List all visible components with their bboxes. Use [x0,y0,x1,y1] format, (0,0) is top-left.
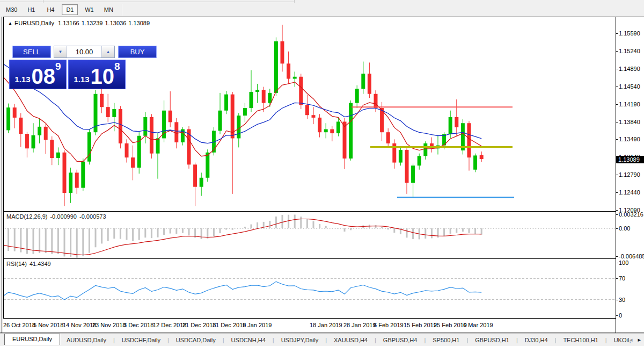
timeframe-button-w1[interactable]: W1 [81,4,97,15]
tab-usdcnh-h4[interactable]: USDCNH,H4 [225,335,272,345]
tab-xauusd-h4[interactable]: XAUUSD,H4 [327,335,374,345]
price-scale-label: 1.12790 [619,171,640,178]
current-price-badge: 1.13089 [616,156,644,163]
price-scale-label: 1.14540 [619,83,640,90]
tab-gbpusd-h1[interactable]: GBPUSD,H1 [469,335,516,345]
scale-tick [616,51,618,52]
chart-tab-bar: EURUSD,DailyAUDUSD,Daily|USDCHF,Daily|US… [0,333,644,346]
tab-scroll-left-icon[interactable]: ◂ [630,336,633,343]
date-label: 18 Jan 2019 [310,322,342,328]
price-scale[interactable]: 1.13089 1.155901.152401.148901.145401.14… [616,17,644,333]
scale-tick [616,315,618,316]
buy-price-box[interactable]: 1.13 10 8 [68,60,126,89]
tab-sp500-h1[interactable]: SP500,H1 [426,335,466,345]
timeframe-button-h1[interactable]: H1 [23,4,39,15]
one-click-trading-panel: SELL ▼ 10.00 ▲ BUY 1.13 08 9 1.13 10 8 [12,46,157,89]
macd-label: MACD(12,26,9)-0.000990-0.000573 [6,213,109,220]
toolbar-separator [122,4,122,16]
volume-increase-icon[interactable]: ▲ [101,46,114,57]
timeframe-button-mn[interactable]: MN [100,4,116,15]
price-scale-label: 1.12440 [619,189,640,196]
macd-scale-label: 0.00 [619,225,630,232]
date-label: 15 Feb 2019 [404,322,437,328]
scale-tick [616,263,618,263]
toolbar-groove [0,2,294,2]
date-label: 23 Nov 2018 [92,322,126,328]
scale-tick [616,175,618,175]
scale-tick [616,300,618,300]
collapse-arrow-icon[interactable]: ▲ [8,21,12,26]
rsi-scale-label: 0 [619,312,622,319]
date-axis[interactable]: 26 Oct 20185 Nov 201814 Nov 201823 Nov 2… [3,319,616,333]
tab-audusd-daily[interactable]: AUDUSD,Daily [60,335,113,345]
date-label: 6 Feb 2019 [374,322,404,328]
tab-separator: | [167,337,169,343]
tab-separator: | [605,337,607,343]
date-label: 9 Jan 2019 [243,322,272,328]
scale-tick [616,104,618,105]
scale-tick [616,33,618,34]
macd-pane[interactable]: MACD(12,26,9)-0.000990-0.000573 [4,212,616,258]
rsi-label: RSI(14)41.4349 [6,261,54,267]
chart-title: ▲EURUSD,Daily 1.131661.132391.130361.130… [8,20,152,26]
buy-price-pip: 8 [114,61,120,71]
sell-price-pip: 9 [55,61,61,71]
rsi-pane[interactable]: RSI(14)41.4349 [4,259,616,318]
sell-button[interactable]: SELL [12,46,51,58]
sell-price-big: 08 [32,67,56,85]
date-label: 5 Nov 2018 [33,322,63,328]
tab-eurusd-daily[interactable]: EURUSD,Daily [4,334,60,345]
tab-usdcad-daily[interactable]: USDCAD,Daily [170,335,222,345]
scale-tick [616,192,618,193]
date-label: 21 Dec 2018 [182,322,216,328]
timeframe-toolbar: M30H1H4D1W1MN [0,3,644,17]
price-scale-label: 1.14190 [619,101,640,107]
sell-price-box[interactable]: 1.13 08 9 [9,60,67,89]
tab-scroll-right-icon[interactable]: ▸ [638,336,641,343]
tab-scroll-arrows: ◂ ▸ [630,336,641,343]
scale-tick [616,214,618,215]
scale-tick [616,86,618,87]
macd-scale-label: 0.003216 [619,211,643,218]
macd-scale-label: -0.006485 [619,253,644,260]
ohlc-high: 1.13239 [82,20,103,26]
tab-usdjpy-daily[interactable]: USDJPY,Daily [275,335,325,345]
buy-button[interactable]: BUY [118,46,157,58]
main-chart-pane[interactable]: ▲EURUSD,Daily 1.131661.132391.130361.130… [4,17,616,211]
macd-value: -0.000990 [50,213,77,220]
timeframe-button-d1[interactable]: D1 [62,4,78,15]
ohlc-open: 1.13166 [58,20,79,26]
tab-tech100-h1[interactable]: TECH100,H1 [557,335,604,345]
volume-input[interactable]: 10.00 [67,46,101,57]
rsi-scale-label: 70 [619,275,625,282]
timeframe-button-h4[interactable]: H4 [42,4,58,15]
price-scale-label: 1.15240 [619,48,640,54]
tab-separator: | [113,337,115,343]
date-label: 26 Oct 2018 [3,322,35,328]
tab-separator: | [273,337,274,343]
tab-dj30-h4[interactable]: DJ30,H4 [518,335,554,345]
rsi-chart [4,259,616,318]
volume-stepper: ▼ 10.00 ▲ [54,46,115,58]
date-label: 6 Mar 2019 [463,322,493,328]
date-label: 25 Feb 2019 [434,322,467,328]
date-label: 28 Jan 2019 [343,322,376,328]
buy-price-big: 10 [91,67,115,85]
scale-tick [616,228,618,229]
tab-usdchf-daily[interactable]: USDCHF,Daily [115,335,167,345]
tab-separator: | [424,337,426,343]
macd-signal-value: -0.000573 [79,213,106,220]
tab-separator: | [325,337,327,343]
price-scale-label: 1.15590 [619,30,640,37]
tab-separator: | [223,337,224,343]
scale-tick [616,122,618,122]
date-label: 31 Dec 2018 [213,322,246,328]
rsi-name: RSI(14) [6,261,27,267]
price-scale-label: 1.13490 [619,136,640,142]
scale-tick [616,69,618,69]
timeframe-button-m30[interactable]: M30 [3,4,20,15]
rsi-value: 41.4349 [30,261,51,267]
tab-gbpusd-h4[interactable]: GBPUSD,H4 [377,335,424,345]
volume-decrease-icon[interactable]: ▼ [54,46,67,57]
tab-separator: | [555,337,557,343]
